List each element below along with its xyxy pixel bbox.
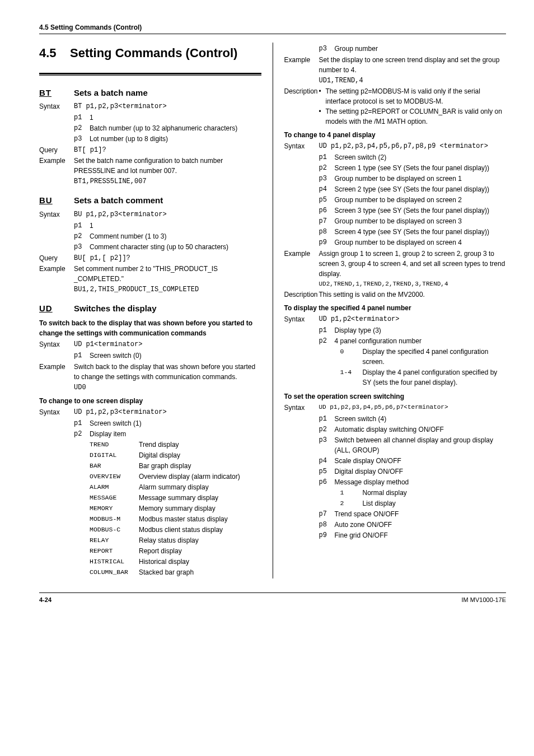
ud-4p-p6: Screen 3 type (see SY (Sets the four pan…: [335, 206, 507, 216]
ud-title: Switches the display: [74, 302, 157, 315]
ud-opsw-p6-1: Normal display: [363, 488, 507, 498]
ud-sb-p1: Screen switch (0): [90, 351, 261, 361]
label-syntax: Syntax: [39, 209, 74, 220]
ud-opsw-p5: Digital display ON/OFF: [335, 466, 507, 477]
ud-os-p2: Display item: [90, 429, 261, 439]
ud-os-syntax: UD p1,p2,p3<terminator>: [74, 407, 261, 417]
page-footer: 4-24 IM MV1000-17E: [39, 592, 506, 605]
ud-head: UD Switches the display: [39, 302, 261, 315]
ud-4pn-p1: Display type (3): [335, 325, 507, 335]
label-description: Description: [284, 290, 319, 300]
label-example: Example: [39, 156, 74, 166]
bu-p3: Comment character sting (up to 50 charac…: [90, 242, 261, 252]
ud-opsw-heading: To set the operation screen switching: [284, 391, 507, 402]
label-example: Example: [284, 249, 319, 259]
ud-sb-example-code: UD0: [74, 382, 261, 393]
ud-4p-p7: Group number to be displayed on screen 3: [335, 216, 507, 226]
label-syntax: Syntax: [39, 339, 74, 349]
ud-4pn-opt14: Display the 4 panel configuration specif…: [363, 367, 507, 388]
label-description: Description: [284, 86, 319, 96]
ud-os-example: Set the display to one screen trend disp…: [319, 55, 507, 75]
ud-code: UD: [39, 302, 74, 315]
ud-opsw-p2: Automatic display switching ON/OFF: [335, 424, 507, 435]
label-query: Query: [39, 145, 74, 155]
label-syntax: Syntax: [39, 101, 74, 111]
ud-one-screen-heading: To change to one screen display: [39, 396, 261, 406]
left-column: 4.5 Setting Commands (Control) BT Sets a…: [39, 43, 261, 578]
chapter-rule: [39, 73, 261, 76]
p1-key: p1: [74, 113, 90, 123]
ud-opsw-p8: Auto zone ON/OFF: [335, 520, 507, 530]
ud-os-desc2: The setting p2=REPORT or COLUMN_BAR is v…: [326, 106, 507, 127]
bu-head: BU Sets a batch comment: [39, 194, 261, 207]
label-syntax: Syntax: [284, 141, 319, 151]
ud-opsw-syntax: UD p1,p2,p3,p4,p5,p6,p7<terminator>: [319, 403, 507, 412]
ud-opsw-p1: Screen switch (4): [335, 414, 507, 424]
section-header: 4.5 Setting Commands (Control): [39, 22, 506, 34]
bt-p1: 1: [90, 113, 261, 123]
ud-4pn-p2: 4 panel configuration number: [335, 336, 507, 346]
bu-code: BU: [39, 194, 74, 207]
bullet-icon: •: [319, 106, 326, 116]
ud-opsw-p6: Message display method: [335, 477, 507, 487]
doc-id: IM MV1000-17E: [462, 595, 506, 605]
ud-4p-p5: Group number to be displayed on screen 2: [335, 195, 507, 205]
ud-4p-p3: Group number to be displayed on screen 1: [335, 174, 507, 184]
ud-4p-p2: Screen 1 type (see SY (Sets the four pan…: [335, 163, 507, 173]
bu-example-code: BU1,2,THIS_PRODUCT_IS_COMPLETED: [74, 284, 261, 295]
ud-4p-p8: Screen 4 type (see SY (Sets the four pan…: [335, 227, 507, 237]
bu-p2: Comment number (1 to 3): [90, 231, 261, 241]
ud-opsw-p3: Switch between all channel display and g…: [335, 435, 507, 455]
label-syntax: Syntax: [284, 314, 319, 324]
bullet-icon: •: [319, 86, 326, 96]
ud-4p-p4: Screen 2 type (see SY (Sets the four pan…: [335, 184, 507, 194]
ud-opsw-p7: Trend space ON/OFF: [335, 509, 507, 519]
bt-p2: Batch number (up to 32 alphanumeric char…: [90, 123, 261, 133]
bt-title: Sets a batch name: [74, 87, 148, 100]
bt-code: BT: [39, 87, 74, 100]
ud-os-example-code: UD1,TREND,4: [319, 76, 507, 86]
label-example: Example: [39, 264, 74, 274]
ud-opsw-p9: Fine grid ON/OFF: [335, 530, 507, 540]
item-val: Trend display: [139, 440, 261, 450]
bt-query: BT[ p1]?: [74, 145, 261, 155]
ud-4pn-opt0: Display the specified 4 panel configurat…: [363, 347, 507, 367]
column-divider: [273, 43, 273, 578]
ud-sb-syntax: UD p1<terminator>: [74, 339, 261, 349]
ud-4pn-heading: To display the specified 4 panel number: [284, 303, 507, 313]
bu-p1: 1: [90, 221, 261, 231]
chapter-number: 4.5: [39, 45, 70, 62]
display-items-list: TRENDTrend display DIGITALDigital displa…: [74, 440, 261, 577]
ud-sb-example: Switch back to the display that was show…: [74, 362, 261, 382]
ud-4pn-syntax: UD p1,p2<terminator>: [319, 314, 507, 324]
ud-os-p3: Group number: [335, 44, 507, 54]
label-example: Example: [284, 55, 319, 65]
ud-4p-desc: This setting is valid on the MV2000.: [319, 290, 507, 300]
label-example: Example: [39, 362, 74, 372]
bt-p3: Lot number (up to 8 digits): [90, 134, 261, 144]
ud-opsw-p6-2: List display: [363, 498, 507, 508]
two-column-layout: 4.5 Setting Commands (Control) BT Sets a…: [39, 43, 506, 578]
ud-os-p1: Screen switch (1): [90, 418, 261, 428]
label-syntax: Syntax: [284, 403, 319, 413]
bu-query: BU[ p1,[ p2]]?: [74, 253, 261, 263]
p3-key: p3: [74, 134, 90, 144]
ud-os-desc1: The setting p2=MODBUS-M is valid only if…: [326, 86, 507, 106]
ud-switch-back-heading: To switch back to the display that was s…: [39, 318, 261, 338]
ud-4p-syntax: UD p1,p2,p3,p4,p5,p6,p7,p8,p9 <terminato…: [319, 141, 507, 151]
bt-example-text: Set the batch name configuration to batc…: [74, 156, 261, 176]
chapter-title: 4.5 Setting Commands (Control): [39, 45, 261, 62]
ud-4p-p1: Screen switch (2): [335, 152, 507, 162]
bu-example-text: Set comment number 2 to "THIS_PRODUCT_IS…: [74, 264, 261, 284]
label-syntax: Syntax: [39, 407, 74, 417]
chapter-text: Setting Commands (Control): [70, 45, 237, 62]
ud-4p-p9: Group number to be displayed on screen 4: [335, 237, 507, 248]
page-number: 4-24: [39, 595, 51, 605]
label-query: Query: [39, 253, 74, 263]
p2-key: p2: [74, 123, 90, 133]
ud-opsw-p4: Scale display ON/OFF: [335, 456, 507, 466]
right-column: p3Group number Example Set the display t…: [284, 43, 507, 578]
bt-example-code: BT1,PRESS5LINE,007: [74, 176, 261, 186]
bt-syntax: BT p1,p2,p3<terminator>: [74, 101, 261, 111]
bu-syntax: BU p1,p2,p3<terminator>: [74, 209, 261, 220]
